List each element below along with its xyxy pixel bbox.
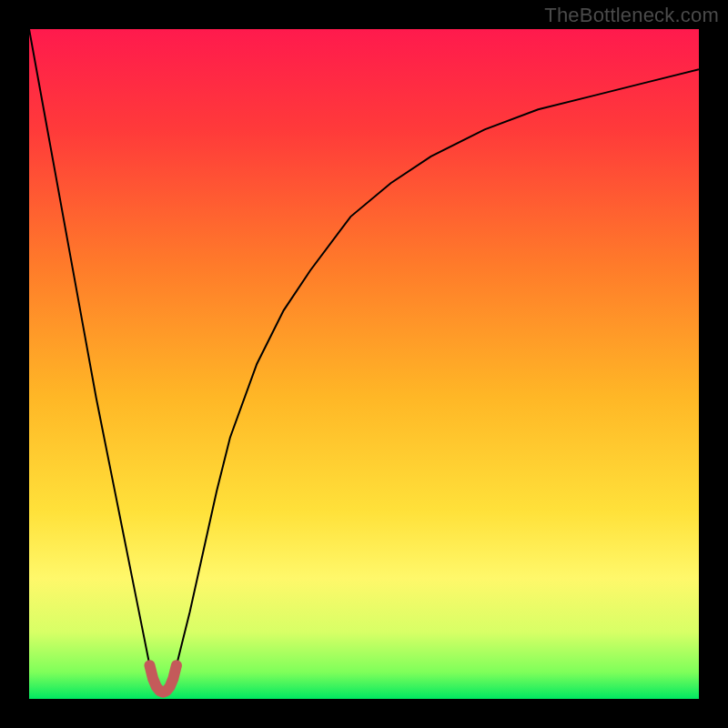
chart-frame: TheBottleneck.com	[0, 0, 728, 728]
gradient-background	[29, 29, 699, 699]
watermark-text: TheBottleneck.com	[544, 4, 719, 27]
plot-area	[29, 29, 699, 699]
chart-canvas	[29, 29, 699, 699]
